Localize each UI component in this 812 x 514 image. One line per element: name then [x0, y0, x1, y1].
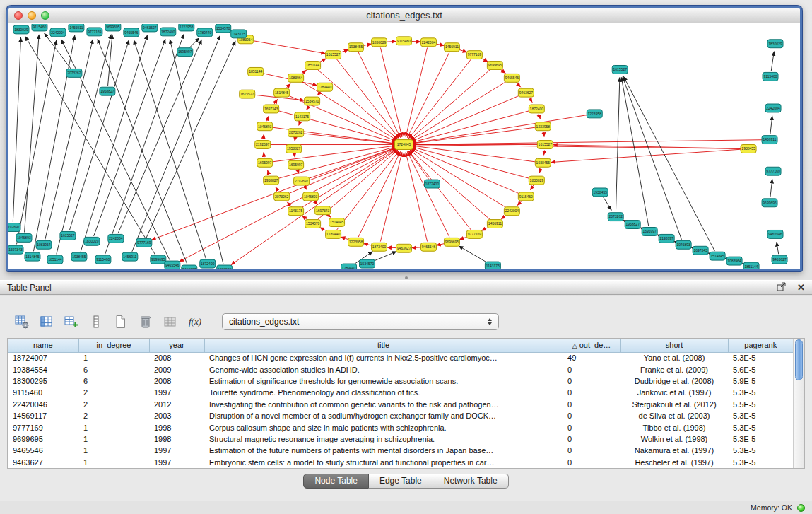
graph-edge[interactable] [276, 187, 279, 192]
graph-node[interactable]: 1534570 [305, 97, 320, 105]
graph-edge[interactable] [299, 122, 300, 125]
graph-node[interactable]: 1534570 [216, 24, 231, 33]
graph-node[interactable]: 1938455 [348, 43, 364, 52]
column-header-title[interactable]: title [204, 339, 563, 352]
graph-edge[interactable] [459, 246, 488, 263]
graph-node[interactable]: 1938455 [592, 188, 608, 197]
table-row[interactable]: 1456911722003Disruption of a novel membe… [8, 410, 793, 421]
new-table-button[interactable] [112, 313, 130, 331]
tab-node-table[interactable]: Node Table [303, 474, 369, 489]
graph-edge[interactable] [616, 77, 619, 211]
graph-node[interactable]: 1143175 [231, 30, 247, 38]
graph-node[interactable]: 2192697 [659, 234, 674, 243]
graph-node[interactable]: 1615527 [537, 141, 553, 149]
graph-edge[interactable] [189, 38, 199, 48]
graph-node[interactable]: 1938455 [535, 158, 551, 167]
graph-edge[interactable] [411, 146, 531, 179]
graph-node[interactable]: 1872400 [424, 180, 440, 188]
graph-edge[interactable] [287, 202, 292, 207]
graph-node[interactable]: 2073262 [288, 129, 304, 137]
graph-edge[interactable] [410, 69, 491, 140]
graph-edge[interactable] [295, 154, 295, 157]
table-vertical-scrollbar[interactable] [793, 339, 804, 468]
graph-node[interactable]: 1534570 [305, 220, 321, 228]
graph-node[interactable]: 9115460 [518, 192, 534, 201]
graph-node[interactable]: 2242004 [504, 207, 519, 216]
graph-node[interactable]: 9699695 [487, 62, 502, 70]
graph-node[interactable]: 2192697 [8, 223, 20, 232]
graph-edge[interactable] [380, 47, 402, 136]
graph-node[interactable]: 9115460 [32, 24, 47, 31]
graph-node[interactable]: 1223958 [348, 238, 364, 246]
graph-node[interactable]: 9699695 [762, 199, 777, 207]
graph-edge[interactable] [33, 35, 74, 252]
graph-edge[interactable] [25, 36, 155, 255]
graph-node[interactable]: 1851144 [743, 262, 759, 269]
graph-node[interactable]: 1697343 [264, 105, 279, 113]
graph-node[interactable]: 1724045 [395, 140, 413, 150]
graph-node[interactable]: 1697343 [8, 245, 23, 254]
create-column-button[interactable] [62, 313, 81, 331]
graph-node[interactable]: 2242004 [108, 234, 124, 243]
graph-edge[interactable] [411, 148, 507, 208]
close-window-button[interactable] [14, 11, 23, 20]
network-graph[interactable]: 1724045161552719384551830029911546022420… [8, 24, 800, 269]
graph-node[interactable]: 1514845 [710, 252, 725, 260]
graph-edge[interactable] [300, 81, 397, 141]
table-row[interactable]: 969969511998Structural magnetic resonanc… [8, 433, 793, 445]
graph-edge[interactable] [118, 40, 201, 233]
graph-edge[interactable] [295, 139, 295, 141]
graph-node[interactable]: 1789440 [341, 264, 357, 269]
graph-node[interactable]: 1851144 [305, 62, 321, 70]
graph-node[interactable]: 9463627 [182, 265, 197, 269]
graph-node[interactable]: 1851144 [248, 67, 264, 76]
graph-edge[interactable] [274, 99, 278, 104]
graph-edge[interactable] [307, 147, 396, 179]
close-panel-icon[interactable]: ✕ [797, 283, 805, 292]
graph-node[interactable]: 1143175 [288, 207, 304, 216]
graph-node[interactable]: 2073262 [66, 69, 82, 77]
table-row[interactable]: 2242004622012Investigating the contribut… [8, 399, 793, 410]
graph-node[interactable]: 9463627 [396, 244, 412, 252]
graph-edge[interactable] [623, 77, 681, 240]
graph-edge[interactable] [543, 132, 544, 137]
column-header-year[interactable]: year [149, 339, 204, 352]
graph-edge[interactable] [411, 140, 764, 145]
graph-node[interactable]: 1456911 [69, 24, 84, 32]
graph-node[interactable]: 9465546 [124, 28, 139, 37]
graph-node[interactable]: 1830029 [84, 237, 100, 245]
graph-edge[interactable] [98, 39, 187, 264]
graph-node[interactable]: 1851144 [47, 255, 63, 264]
graph-node[interactable]: 1083964 [36, 240, 52, 249]
graph-edge[interactable] [146, 41, 235, 238]
graph-node[interactable]: 1046893 [257, 122, 273, 131]
graph-node[interactable]: 1872400 [529, 105, 544, 113]
graph-edge[interactable] [411, 110, 531, 143]
graph-edge[interactable] [69, 40, 129, 230]
graph-edge[interactable] [286, 83, 290, 88]
graph-edge[interactable] [287, 148, 396, 194]
graph-edge[interactable] [621, 77, 649, 226]
graph-node[interactable]: 1695997 [642, 228, 657, 236]
graph-edge[interactable] [372, 252, 396, 262]
tab-network-table[interactable]: Network Table [433, 474, 509, 489]
graph-node[interactable]: 2192697 [255, 141, 271, 149]
graph-node[interactable]: 1872400 [372, 243, 387, 251]
column-header-name[interactable]: name [8, 339, 78, 352]
graph-node[interactable]: 9463627 [518, 88, 534, 97]
graph-node[interactable]: 9699695 [444, 238, 459, 246]
graph-edge[interactable] [406, 152, 428, 241]
graph-node[interactable]: 2073262 [274, 192, 290, 201]
graph-node[interactable]: 1143175 [295, 112, 310, 121]
graph-node[interactable]: 9465546 [165, 261, 180, 269]
table-row[interactable]: 977716911998Corpus callosum shape and si… [8, 421, 793, 433]
graph-node[interactable]: 1695997 [177, 48, 193, 57]
graph-node[interactable]: 1615527 [240, 90, 255, 98]
graph-node[interactable]: 9463627 [142, 24, 158, 32]
graph-node[interactable]: 1514845 [329, 218, 345, 227]
graph-node[interactable]: 1223958 [535, 122, 551, 131]
graph-edge[interactable] [266, 116, 269, 121]
graph-node[interactable]: 9777169 [765, 167, 781, 175]
graph-node[interactable]: 1697343 [315, 206, 331, 215]
graph-node[interactable]: 1695997 [257, 158, 273, 167]
